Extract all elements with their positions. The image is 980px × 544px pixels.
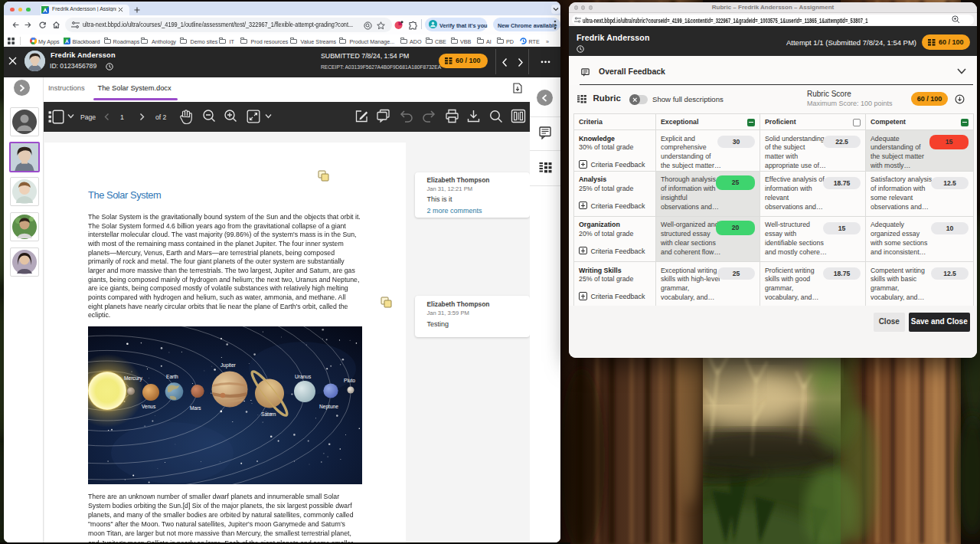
svg-text:Mercury: Mercury [124,375,143,382]
svg-text:Mars: Mars [190,405,201,411]
svg-text:Venus: Venus [142,404,156,409]
svg-text:Pluto: Pluto [344,378,355,383]
svg-text:Jupiter: Jupiter [220,362,237,369]
svg-text:Saturn: Saturn [261,411,276,417]
svg-text:Earth: Earth [166,374,178,379]
svg-text:Uranus: Uranus [295,374,312,379]
svg-text:Neptune: Neptune [319,404,338,410]
